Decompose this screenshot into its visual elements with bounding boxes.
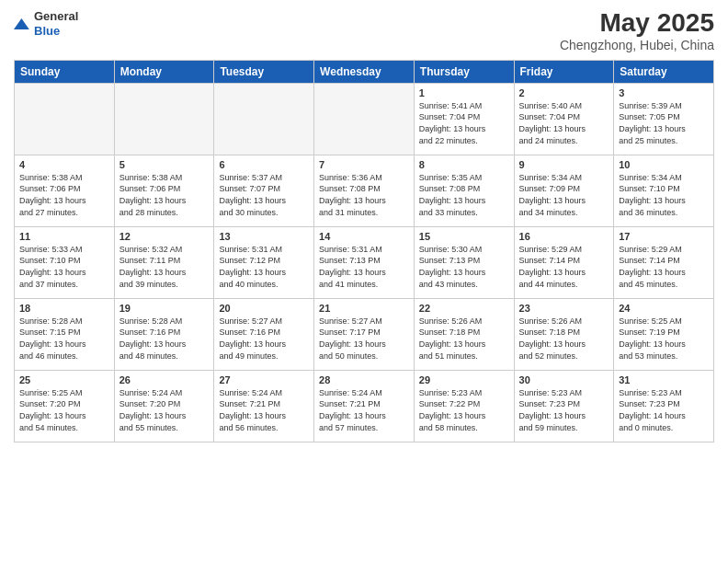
day-number: 29 bbox=[419, 374, 509, 385]
table-row: 20Sunrise: 5:27 AM Sunset: 7:16 PM Dayli… bbox=[214, 298, 314, 370]
col-monday: Monday bbox=[114, 60, 214, 83]
calendar-week-row: 25Sunrise: 5:25 AM Sunset: 7:20 PM Dayli… bbox=[15, 370, 714, 442]
day-number: 15 bbox=[419, 231, 509, 242]
table-row: 31Sunrise: 5:23 AM Sunset: 7:23 PM Dayli… bbox=[614, 370, 714, 442]
table-row: 7Sunrise: 5:36 AM Sunset: 7:08 PM Daylig… bbox=[314, 155, 415, 226]
col-wednesday: Wednesday bbox=[314, 60, 415, 83]
table-row: 8Sunrise: 5:35 AM Sunset: 7:08 PM Daylig… bbox=[414, 155, 514, 226]
day-info: Sunrise: 5:38 AM Sunset: 7:06 PM Dayligh… bbox=[19, 172, 109, 218]
day-number: 18 bbox=[19, 303, 109, 314]
page: General Blue May 2025 Chengzhong, Hubei,… bbox=[0, 0, 728, 563]
table-row: 12Sunrise: 5:32 AM Sunset: 7:11 PM Dayli… bbox=[114, 226, 214, 298]
table-row: 21Sunrise: 5:27 AM Sunset: 7:17 PM Dayli… bbox=[314, 298, 415, 370]
table-row: 27Sunrise: 5:24 AM Sunset: 7:21 PM Dayli… bbox=[214, 370, 314, 442]
table-row: 15Sunrise: 5:30 AM Sunset: 7:13 PM Dayli… bbox=[414, 226, 514, 298]
day-number: 27 bbox=[219, 374, 309, 385]
table-row bbox=[314, 83, 415, 155]
day-info: Sunrise: 5:31 AM Sunset: 7:12 PM Dayligh… bbox=[219, 244, 309, 290]
day-number: 17 bbox=[619, 231, 709, 242]
table-row: 19Sunrise: 5:28 AM Sunset: 7:16 PM Dayli… bbox=[114, 298, 214, 370]
logo-text: General Blue bbox=[34, 9, 78, 38]
table-row bbox=[214, 83, 314, 155]
day-number: 1 bbox=[419, 87, 509, 98]
col-saturday: Saturday bbox=[614, 60, 714, 83]
table-row: 30Sunrise: 5:23 AM Sunset: 7:23 PM Dayli… bbox=[514, 370, 614, 442]
svg-marker-0 bbox=[14, 18, 29, 29]
day-info: Sunrise: 5:27 AM Sunset: 7:16 PM Dayligh… bbox=[219, 316, 309, 362]
day-info: Sunrise: 5:26 AM Sunset: 7:18 PM Dayligh… bbox=[519, 316, 609, 362]
table-row: 9Sunrise: 5:34 AM Sunset: 7:09 PM Daylig… bbox=[514, 155, 614, 226]
day-info: Sunrise: 5:23 AM Sunset: 7:23 PM Dayligh… bbox=[519, 387, 609, 433]
day-number: 14 bbox=[319, 231, 409, 242]
logo-general: General bbox=[34, 9, 78, 24]
day-number: 31 bbox=[619, 374, 709, 385]
title-block: May 2025 Chengzhong, Hubei, China bbox=[560, 9, 714, 52]
table-row: 4Sunrise: 5:38 AM Sunset: 7:06 PM Daylig… bbox=[15, 155, 115, 226]
table-row: 22Sunrise: 5:26 AM Sunset: 7:18 PM Dayli… bbox=[414, 298, 514, 370]
day-number: 21 bbox=[319, 303, 409, 314]
day-info: Sunrise: 5:41 AM Sunset: 7:04 PM Dayligh… bbox=[419, 100, 509, 146]
col-tuesday: Tuesday bbox=[214, 60, 314, 83]
day-number: 26 bbox=[119, 374, 210, 385]
day-info: Sunrise: 5:40 AM Sunset: 7:04 PM Dayligh… bbox=[519, 100, 609, 146]
day-info: Sunrise: 5:26 AM Sunset: 7:18 PM Dayligh… bbox=[419, 316, 509, 362]
day-number: 6 bbox=[219, 159, 309, 170]
day-number: 12 bbox=[119, 231, 210, 242]
day-info: Sunrise: 5:37 AM Sunset: 7:07 PM Dayligh… bbox=[219, 172, 309, 218]
day-number: 19 bbox=[119, 303, 210, 314]
day-info: Sunrise: 5:33 AM Sunset: 7:10 PM Dayligh… bbox=[19, 244, 109, 290]
day-info: Sunrise: 5:38 AM Sunset: 7:06 PM Dayligh… bbox=[119, 172, 210, 218]
day-number: 7 bbox=[319, 159, 409, 170]
day-number: 20 bbox=[219, 303, 309, 314]
table-row: 2Sunrise: 5:40 AM Sunset: 7:04 PM Daylig… bbox=[514, 83, 614, 155]
day-number: 4 bbox=[19, 159, 109, 170]
table-row: 28Sunrise: 5:24 AM Sunset: 7:21 PM Dayli… bbox=[314, 370, 415, 442]
day-number: 2 bbox=[519, 87, 609, 98]
day-info: Sunrise: 5:27 AM Sunset: 7:17 PM Dayligh… bbox=[319, 316, 409, 362]
table-row: 14Sunrise: 5:31 AM Sunset: 7:13 PM Dayli… bbox=[314, 226, 415, 298]
day-info: Sunrise: 5:36 AM Sunset: 7:08 PM Dayligh… bbox=[319, 172, 409, 218]
table-row: 13Sunrise: 5:31 AM Sunset: 7:12 PM Dayli… bbox=[214, 226, 314, 298]
day-number: 30 bbox=[519, 374, 609, 385]
day-info: Sunrise: 5:34 AM Sunset: 7:09 PM Dayligh… bbox=[519, 172, 609, 218]
table-row: 10Sunrise: 5:34 AM Sunset: 7:10 PM Dayli… bbox=[614, 155, 714, 226]
calendar-header-row: Sunday Monday Tuesday Wednesday Thursday… bbox=[15, 60, 714, 83]
day-info: Sunrise: 5:24 AM Sunset: 7:20 PM Dayligh… bbox=[119, 387, 210, 433]
day-info: Sunrise: 5:31 AM Sunset: 7:13 PM Dayligh… bbox=[319, 244, 409, 290]
day-info: Sunrise: 5:24 AM Sunset: 7:21 PM Dayligh… bbox=[219, 387, 309, 433]
table-row: 6Sunrise: 5:37 AM Sunset: 7:07 PM Daylig… bbox=[214, 155, 314, 226]
day-info: Sunrise: 5:28 AM Sunset: 7:16 PM Dayligh… bbox=[119, 316, 210, 362]
day-number: 28 bbox=[319, 374, 409, 385]
day-info: Sunrise: 5:34 AM Sunset: 7:10 PM Dayligh… bbox=[619, 172, 709, 218]
day-info: Sunrise: 5:23 AM Sunset: 7:22 PM Dayligh… bbox=[419, 387, 509, 433]
table-row bbox=[114, 83, 214, 155]
table-row: 11Sunrise: 5:33 AM Sunset: 7:10 PM Dayli… bbox=[15, 226, 115, 298]
calendar-week-row: 1Sunrise: 5:41 AM Sunset: 7:04 PM Daylig… bbox=[15, 83, 714, 155]
calendar-week-row: 11Sunrise: 5:33 AM Sunset: 7:10 PM Dayli… bbox=[15, 226, 714, 298]
day-info: Sunrise: 5:29 AM Sunset: 7:14 PM Dayligh… bbox=[519, 244, 609, 290]
table-row: 18Sunrise: 5:28 AM Sunset: 7:15 PM Dayli… bbox=[15, 298, 115, 370]
table-row: 25Sunrise: 5:25 AM Sunset: 7:20 PM Dayli… bbox=[15, 370, 115, 442]
day-number: 5 bbox=[119, 159, 210, 170]
day-number: 9 bbox=[519, 159, 609, 170]
day-info: Sunrise: 5:35 AM Sunset: 7:08 PM Dayligh… bbox=[419, 172, 509, 218]
col-thursday: Thursday bbox=[414, 60, 514, 83]
calendar-table: Sunday Monday Tuesday Wednesday Thursday… bbox=[14, 60, 714, 442]
table-row: 23Sunrise: 5:26 AM Sunset: 7:18 PM Dayli… bbox=[514, 298, 614, 370]
table-row: 3Sunrise: 5:39 AM Sunset: 7:05 PM Daylig… bbox=[614, 83, 714, 155]
table-row: 29Sunrise: 5:23 AM Sunset: 7:22 PM Dayli… bbox=[414, 370, 514, 442]
day-info: Sunrise: 5:28 AM Sunset: 7:15 PM Dayligh… bbox=[19, 316, 109, 362]
col-sunday: Sunday bbox=[15, 60, 115, 83]
table-row: 5Sunrise: 5:38 AM Sunset: 7:06 PM Daylig… bbox=[114, 155, 214, 226]
day-info: Sunrise: 5:23 AM Sunset: 7:23 PM Dayligh… bbox=[619, 387, 709, 433]
table-row: 1Sunrise: 5:41 AM Sunset: 7:04 PM Daylig… bbox=[414, 83, 514, 155]
day-info: Sunrise: 5:29 AM Sunset: 7:14 PM Dayligh… bbox=[619, 244, 709, 290]
table-row: 16Sunrise: 5:29 AM Sunset: 7:14 PM Dayli… bbox=[514, 226, 614, 298]
logo: General Blue bbox=[14, 9, 78, 38]
header: General Blue May 2025 Chengzhong, Hubei,… bbox=[14, 9, 714, 52]
table-row: 26Sunrise: 5:24 AM Sunset: 7:20 PM Dayli… bbox=[114, 370, 214, 442]
calendar-week-row: 4Sunrise: 5:38 AM Sunset: 7:06 PM Daylig… bbox=[15, 155, 714, 226]
day-number: 16 bbox=[519, 231, 609, 242]
day-number: 23 bbox=[519, 303, 609, 314]
logo-icon bbox=[14, 16, 30, 32]
